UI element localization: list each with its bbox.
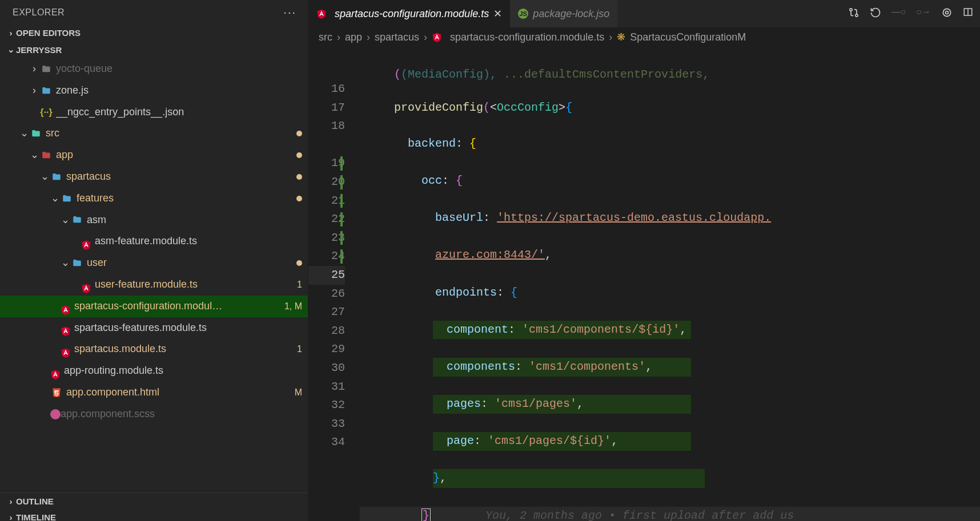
tree-folder[interactable]: ⌄user: [0, 252, 308, 274]
folder-icon: [50, 172, 63, 182]
line-number: 33: [308, 415, 345, 434]
svg-point-15: [856, 14, 858, 17]
chevron-icon: ⌄: [39, 166, 50, 188]
angular-icon: [61, 322, 71, 333]
tree-file[interactable]: app-routing.module.ts: [0, 360, 308, 382]
code-token: provideConfig: [394, 101, 483, 114]
tree-file[interactable]: {··}__ngcc_entry_points__.json: [0, 102, 308, 123]
open-editors-section[interactable]: › OPEN EDITORS: [0, 25, 308, 41]
tab-active[interactable]: spartacus-configuration.module.ts ✕: [308, 0, 510, 27]
angular-icon: [50, 366, 61, 376]
tab-bar: spartacus-configuration.module.ts ✕ JS p…: [308, 0, 980, 27]
split-icon[interactable]: [963, 7, 973, 21]
code-token: component: [447, 323, 508, 336]
close-icon[interactable]: ✕: [493, 7, 502, 20]
tree-label: app-routing.module.ts: [64, 360, 302, 382]
angular-icon: [81, 280, 91, 290]
tree-file[interactable]: spartacus-configuration.modul…1, M: [0, 296, 308, 317]
chevron-icon: ›: [29, 80, 40, 102]
angular-icon: [61, 301, 71, 312]
code-token: components: [447, 360, 515, 373]
next-icon[interactable]: ○→: [916, 7, 931, 21]
code-token: azure.com:8443/': [435, 248, 545, 261]
folder-icon: [71, 215, 83, 225]
line-number: 17: [308, 99, 345, 118]
tree-label: user: [87, 252, 292, 274]
line-number: 26: [308, 285, 345, 304]
breadcrumb-part[interactable]: spartacus: [375, 31, 419, 43]
code-token: page: [447, 434, 474, 447]
outline-section[interactable]: › OUTLINE: [0, 492, 308, 510]
tree-file[interactable]: app.component.scss: [0, 403, 308, 425]
chevron-right-icon: ›: [6, 28, 16, 38]
line-number: 30: [308, 359, 345, 378]
code-token: 'cms1/pages': [495, 397, 577, 410]
tree-label: spartacus: [66, 166, 292, 188]
tab-inactive[interactable]: JS package-lock.jso: [510, 0, 617, 27]
line-number: 27: [308, 303, 345, 322]
open-editors-label: OPEN EDITORS: [16, 28, 81, 38]
module-icon: ❋: [617, 31, 625, 43]
timeline-section[interactable]: › TIMELINE: [0, 510, 308, 521]
modified-dot: [296, 260, 302, 266]
tree-file[interactable]: user-feature.module.ts1: [0, 274, 308, 296]
nodejs-icon: JS: [518, 9, 528, 19]
line-number: 29: [308, 340, 345, 359]
outline-label: OUTLINE: [16, 496, 54, 506]
folder-icon: [71, 258, 83, 268]
chevron-right-icon: ›: [6, 496, 16, 506]
folder-icon: [40, 64, 53, 74]
breadcrumb[interactable]: src › app › spartacus › spartacus-config…: [308, 27, 980, 47]
more-icon[interactable]: ···: [283, 6, 296, 19]
tree-file[interactable]: asm-feature.module.ts: [0, 231, 308, 252]
code-editor[interactable]: 16171819202122232425262728293031323334 (…: [308, 47, 980, 521]
folder-icon: [61, 193, 73, 204]
tree-folder[interactable]: ⌄spartacus: [0, 166, 308, 188]
code-token: ...defaultCmsContentProviders,: [504, 68, 709, 81]
tree-folder[interactable]: ›zone.js: [0, 80, 308, 102]
tree-folder[interactable]: ⌄src: [0, 123, 308, 144]
breadcrumb-part[interactable]: spartacus-configuration.module.ts: [450, 31, 604, 43]
code-token: 'cms1/components': [529, 360, 645, 373]
tree-file[interactable]: spartacus.module.ts1: [0, 338, 308, 360]
tree-label: spartacus-configuration.modul…: [74, 296, 281, 317]
explorer-header: EXPLORER ···: [0, 0, 308, 25]
line-number: 25: [308, 266, 345, 285]
breadcrumb-part[interactable]: src: [319, 31, 332, 43]
tree-label: user-feature.module.ts: [95, 274, 294, 296]
folder-icon: [40, 150, 53, 160]
breadcrumb-part[interactable]: SpartacusConfigurationM: [630, 31, 746, 43]
tree-folder[interactable]: ⌄app: [0, 144, 308, 166]
chevron-icon: ⌄: [59, 252, 71, 274]
editor-area: spartacus-configuration.module.ts ✕ JS p…: [308, 0, 980, 521]
project-label: JERRYSSR: [16, 45, 62, 55]
tree-file[interactable]: spartacus-features.module.ts: [0, 317, 308, 339]
chevron-icon: ⌄: [49, 188, 61, 209]
tree-folder[interactable]: ⌄asm: [0, 209, 308, 231]
code-token: 'https://spartacus-demo.eastus.cloudapp.: [497, 211, 771, 224]
tree-label: features: [77, 188, 292, 209]
tree-folder[interactable]: ›yocto-queue: [0, 58, 308, 80]
breadcrumb-part[interactable]: app: [345, 31, 362, 43]
tree-label: spartacus.module.ts: [74, 338, 294, 360]
line-number: 23: [308, 229, 345, 248]
tree-file[interactable]: app.component.htmlM: [0, 382, 308, 403]
revert-icon[interactable]: [870, 7, 881, 21]
chevron-right-icon: ›: [609, 31, 612, 43]
line-number: 34: [308, 433, 345, 452]
target-icon[interactable]: [941, 7, 953, 21]
tab-label: spartacus-configuration.module.ts: [335, 8, 489, 20]
tree-label: __ngcc_entry_points__.json: [56, 102, 302, 123]
tree-label: app.component.html: [66, 382, 291, 403]
code-content[interactable]: ((MediaConfig), ...defaultCmsContentProv…: [360, 47, 980, 521]
code-token: pages: [447, 397, 481, 410]
modified-dot: [296, 131, 302, 136]
tree-label: app.component.scss: [61, 403, 302, 425]
prev-icon[interactable]: —○: [891, 7, 906, 21]
tree-folder[interactable]: ⌄features: [0, 188, 308, 209]
line-number: 32: [308, 396, 345, 415]
svg-point-14: [850, 9, 852, 11]
project-section[interactable]: ⌄ JERRYSSR: [0, 41, 308, 58]
line-number: 18: [308, 117, 345, 154]
git-compare-icon[interactable]: [848, 7, 859, 21]
